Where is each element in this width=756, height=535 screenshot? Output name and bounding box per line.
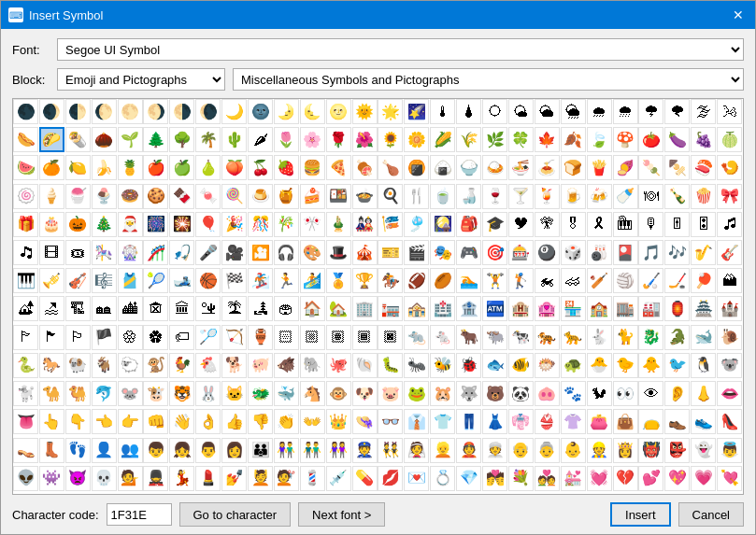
symbol-cell[interactable]: 🍹	[535, 184, 560, 209]
symbol-cell[interactable]: 🏜	[195, 296, 221, 321]
symbol-cell[interactable]: 🎫	[378, 240, 403, 265]
close-button[interactable]: ✕	[729, 6, 748, 24]
symbol-cell[interactable]: 🍄	[613, 127, 638, 152]
symbol-cell[interactable]: 🌔	[92, 99, 117, 124]
symbol-cell[interactable]: 🍺	[561, 184, 586, 209]
symbol-cell[interactable]: 🌪	[664, 99, 690, 124]
symbol-cell[interactable]: 🌕	[118, 99, 143, 124]
symbol-cell[interactable]: 🎦	[248, 240, 273, 265]
symbol-cell[interactable]: 🎆	[143, 212, 168, 237]
symbol-cell[interactable]: 🎔	[508, 212, 534, 237]
symbol-cell[interactable]: 🐈	[613, 325, 638, 350]
symbol-cell[interactable]: 🌠	[404, 99, 429, 124]
symbol-cell[interactable]: 💖	[664, 466, 690, 491]
symbol-cell[interactable]: 🍻	[587, 184, 612, 209]
symbol-cell[interactable]: 🍖	[352, 155, 378, 180]
symbol-cell[interactable]: 🍳	[378, 184, 403, 209]
symbol-cell[interactable]: 🐷	[378, 381, 403, 406]
symbol-cell[interactable]: 🍛	[482, 155, 507, 180]
symbol-cell[interactable]: 🍯	[274, 184, 299, 209]
symbol-cell[interactable]: 🏌	[508, 268, 534, 293]
symbol-cell[interactable]: 🎊	[248, 212, 273, 237]
symbol-cell[interactable]: 👜	[613, 409, 638, 434]
symbol-cell[interactable]: 👕	[430, 409, 455, 434]
symbol-cell[interactable]: 🌑	[13, 99, 38, 124]
symbol-cell[interactable]: 🏛	[169, 296, 194, 321]
symbol-cell[interactable]: 💃	[169, 466, 194, 491]
symbol-cell[interactable]: 🏗	[65, 296, 91, 321]
symbol-cell[interactable]: 🌻	[378, 127, 403, 152]
symbol-cell[interactable]: 🏿	[378, 325, 403, 350]
symbol-cell[interactable]: 🎑	[430, 212, 455, 237]
symbol-cell[interactable]: 🍁	[535, 127, 560, 152]
symbol-cell[interactable]: 🎚	[664, 212, 690, 237]
symbol-cell[interactable]: 🎰	[508, 240, 534, 265]
symbol-cell[interactable]: 🐬	[92, 381, 117, 406]
symbol-cell[interactable]: 🎯	[482, 240, 507, 265]
symbol-cell[interactable]: 🎘	[613, 212, 638, 237]
symbol-cell[interactable]: 🐆	[561, 325, 586, 350]
symbol-cell[interactable]: 🎼	[92, 268, 117, 293]
symbol-cell[interactable]: 🏔	[717, 268, 742, 293]
symbol-cell[interactable]: 🐐	[92, 353, 117, 378]
symbol-cell[interactable]: 🏅	[326, 268, 351, 293]
symbol-cell[interactable]: 🐋	[691, 325, 716, 350]
symbol-cell[interactable]: 🐒	[143, 353, 168, 378]
symbol-cell[interactable]: 🎎	[352, 212, 378, 237]
symbol-cell[interactable]: 🐢	[561, 353, 586, 378]
symbol-cell[interactable]: 🍬	[195, 184, 221, 209]
symbol-cell[interactable]: 🎥	[221, 240, 247, 265]
symbol-cell[interactable]: 🐵	[326, 381, 351, 406]
symbol-cell[interactable]: 👧	[169, 438, 194, 463]
symbol-cell[interactable]: 💋	[378, 466, 403, 491]
symbol-cell[interactable]: 🏇	[378, 268, 403, 293]
symbol-cell[interactable]: 🍰	[300, 184, 325, 209]
symbol-cell[interactable]: 👲	[456, 438, 481, 463]
symbol-cell[interactable]: 💄	[195, 466, 221, 491]
symbol-cell[interactable]: 🎝	[13, 240, 38, 265]
symbol-cell[interactable]: 💍	[430, 466, 455, 491]
symbol-cell[interactable]: 👽	[13, 466, 38, 491]
symbol-cell[interactable]: 🌬	[717, 99, 742, 124]
symbol-cell[interactable]: 🎋	[274, 212, 299, 237]
symbol-cell[interactable]: 🍾	[664, 184, 690, 209]
symbol-cell[interactable]: 💓	[587, 466, 612, 491]
symbol-cell[interactable]: 🎹	[13, 268, 38, 293]
symbol-cell[interactable]: 🎈	[195, 212, 221, 237]
symbol-cell[interactable]: 🎮	[456, 240, 481, 265]
symbol-cell[interactable]: 🏚	[143, 296, 168, 321]
symbol-cell[interactable]: 🌞	[352, 99, 378, 124]
symbol-cell[interactable]: 🍣	[691, 155, 716, 180]
symbol-cell[interactable]: 🌒	[39, 99, 64, 124]
symbol-cell[interactable]: 🐌	[717, 325, 742, 350]
symbol-cell[interactable]: 👏	[274, 409, 299, 434]
symbol-cell[interactable]: 👴	[508, 438, 534, 463]
symbol-cell[interactable]: 💉	[326, 466, 351, 491]
symbol-cell[interactable]: 🍼	[613, 184, 638, 209]
symbol-cell[interactable]: 🐳	[274, 381, 299, 406]
symbol-cell[interactable]: 🍂	[561, 127, 586, 152]
symbol-cell[interactable]: 🎱	[535, 240, 560, 265]
symbol-cell[interactable]: 🏑	[638, 268, 663, 293]
symbol-cell[interactable]: 🏙	[118, 296, 143, 321]
symbol-cell[interactable]: 🐇	[587, 325, 612, 350]
symbol-cell[interactable]: 🏥	[430, 296, 455, 321]
symbol-cell[interactable]: 🐩	[13, 381, 38, 406]
symbol-cell[interactable]: 🏓	[691, 268, 716, 293]
symbol-cell[interactable]: 👗	[482, 409, 507, 434]
symbol-cell[interactable]: 🍩	[118, 184, 143, 209]
symbol-cell[interactable]: 🎾	[143, 268, 168, 293]
symbol-cell[interactable]: 🐻	[482, 381, 507, 406]
symbol-cell[interactable]: 🏈	[404, 268, 429, 293]
symbol-cell[interactable]: 👳	[482, 438, 507, 463]
symbol-cell[interactable]: 🐾	[561, 381, 586, 406]
symbol-cell[interactable]: 🐟	[482, 353, 507, 378]
symbol-cell[interactable]: 👺	[664, 438, 690, 463]
symbol-cell[interactable]: 🍲	[352, 184, 378, 209]
symbol-cell[interactable]: 🐑	[118, 353, 143, 378]
symbol-cell[interactable]: 🌫	[691, 99, 716, 124]
symbol-cell[interactable]: 🐊	[664, 325, 690, 350]
symbol-cell[interactable]: 🏎	[561, 268, 586, 293]
symbol-cell[interactable]: 🐍	[13, 353, 38, 378]
symbol-cell[interactable]: 🍽	[638, 184, 663, 209]
